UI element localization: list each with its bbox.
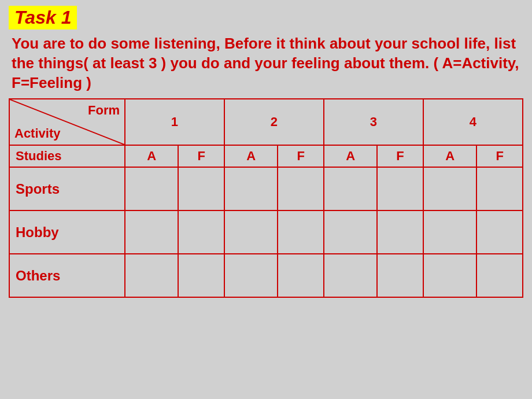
others-cell-5[interactable] <box>324 254 377 297</box>
sports-cell-1[interactable] <box>125 167 178 210</box>
hobby-cell-5[interactable] <box>324 210 377 254</box>
hobby-cell-1[interactable] <box>125 210 178 254</box>
sports-row: Sports <box>9 167 523 210</box>
page-container: Task 1 You are to do some listening, Bef… <box>0 0 532 399</box>
others-cell-8[interactable] <box>476 254 523 297</box>
studies-a3: A <box>324 145 377 167</box>
col-header-2: 2 <box>224 99 324 145</box>
others-label: Others <box>9 254 125 297</box>
col-header-1: 1 <box>125 99 224 145</box>
studies-f3: F <box>377 145 423 167</box>
studies-a1: A <box>125 145 178 167</box>
table-wrapper: Form Activity 1 2 3 4 Studies A F A F A <box>9 98 523 298</box>
sports-cell-2[interactable] <box>178 167 224 210</box>
sports-cell-5[interactable] <box>324 167 377 210</box>
studies-row: Studies A F A F A F A F <box>9 145 523 167</box>
sports-cell-4[interactable] <box>278 167 324 210</box>
hobby-cell-7[interactable] <box>423 210 476 254</box>
activity-table: Form Activity 1 2 3 4 Studies A F A F A <box>9 98 523 298</box>
others-cell-7[interactable] <box>423 254 476 297</box>
studies-label: Studies <box>9 145 125 167</box>
sports-cell-3[interactable] <box>224 167 278 210</box>
others-cell-6[interactable] <box>377 254 423 297</box>
others-cell-4[interactable] <box>278 254 324 297</box>
hobby-cell-3[interactable] <box>224 210 278 254</box>
studies-a2: A <box>224 145 278 167</box>
sports-cell-6[interactable] <box>377 167 423 210</box>
task-badge: Task 1 <box>9 6 77 29</box>
instructions-text: You are to do some listening, Before it … <box>9 34 523 93</box>
activity-label: Activity <box>14 126 60 141</box>
others-cell-1[interactable] <box>125 254 178 297</box>
studies-f4: F <box>476 145 523 167</box>
sports-cell-7[interactable] <box>423 167 476 210</box>
sports-cell-8[interactable] <box>476 167 523 210</box>
others-row: Others <box>9 254 523 297</box>
col-header-3: 3 <box>324 99 423 145</box>
hobby-cell-6[interactable] <box>377 210 423 254</box>
studies-f2: F <box>278 145 324 167</box>
hobby-cell-4[interactable] <box>278 210 324 254</box>
hobby-cell-8[interactable] <box>476 210 523 254</box>
hobby-cell-2[interactable] <box>178 210 224 254</box>
activity-form-header: Form Activity <box>9 99 125 145</box>
studies-f1: F <box>178 145 224 167</box>
others-cell-3[interactable] <box>224 254 278 297</box>
col-header-4: 4 <box>423 99 523 145</box>
studies-a4: A <box>423 145 476 167</box>
hobby-label: Hobby <box>9 210 125 254</box>
sports-label: Sports <box>9 167 125 210</box>
header-row: Form Activity 1 2 3 4 <box>9 99 523 145</box>
hobby-row: Hobby <box>9 210 523 254</box>
others-cell-2[interactable] <box>178 254 224 297</box>
form-label: Form <box>88 103 120 118</box>
